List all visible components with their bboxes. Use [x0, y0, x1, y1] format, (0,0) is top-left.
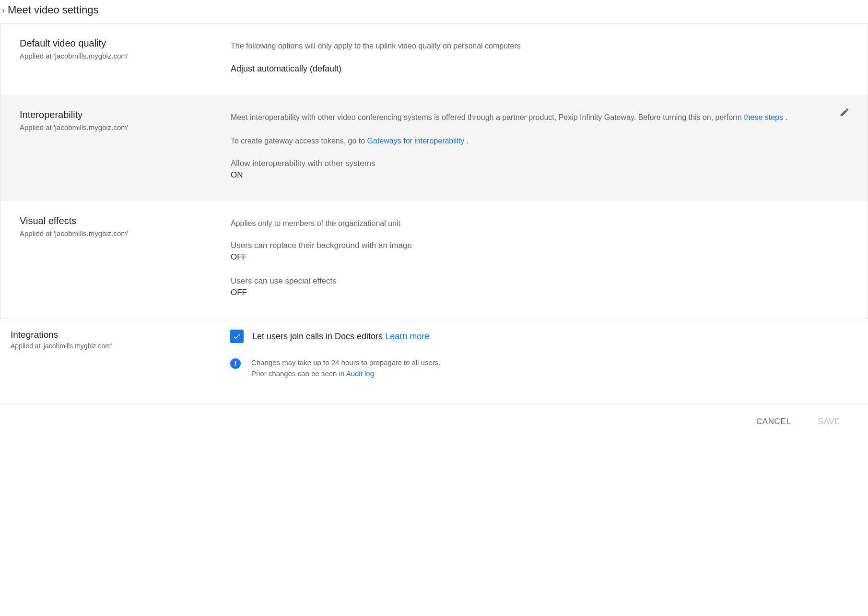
applied-label: Applied at 'jacobmills.mygbiz.com' — [11, 342, 230, 350]
setting-label: Users can replace their background with … — [231, 241, 848, 250]
info-text: Changes may take up to 24 hours to propa… — [251, 357, 440, 379]
check-icon — [232, 332, 242, 341]
page-title: Meet video settings — [8, 4, 99, 16]
setting-label: Allow interoperability with other system… — [231, 159, 848, 168]
footer: CANCEL SAVE — [0, 403, 868, 435]
section-description: Applies only to members of the organizat… — [231, 217, 848, 230]
applied-label: Applied at 'jacobmills.mygbiz.com' — [20, 229, 221, 237]
info-line2: Prior changes can be seen in — [251, 369, 346, 378]
setting-value: OFF — [231, 288, 848, 297]
desc-text: Meet interoperability with other video c… — [231, 113, 744, 121]
section-left: Visual effects Applied at 'jacobmills.my… — [20, 215, 231, 298]
section-right: Meet interoperability with other video c… — [231, 109, 848, 180]
link-learn-more[interactable]: Learn more — [385, 332, 429, 341]
interop-desc-2: To create gateway access tokens, go to G… — [231, 135, 848, 147]
settings-panel: Default video quality Applied at 'jacobm… — [0, 24, 868, 319]
checkbox-label: Let users join calls in Docs editors Lea… — [252, 332, 429, 342]
save-button[interactable]: SAVE — [809, 413, 849, 430]
pencil-icon — [839, 107, 850, 118]
applied-label: Applied at 'jacobmills.mygbiz.com' — [20, 52, 221, 60]
setting-block: Allow interoperability with other system… — [231, 159, 848, 180]
setting-value: Adjust automatically (default) — [231, 64, 848, 74]
desc-text-end: . — [783, 113, 787, 121]
info-line1: Changes may take up to 24 hours to propa… — [251, 358, 440, 367]
section-left: Default video quality Applied at 'jacobm… — [20, 38, 231, 74]
chevron-right-icon: › — [2, 5, 5, 15]
section-right: Applies only to members of the organizat… — [231, 215, 848, 298]
info-row: i Changes may take up to 24 hours to pro… — [230, 357, 849, 379]
link-gateways[interactable]: Gateways for interoperability — [367, 137, 465, 145]
section-video-quality: Default video quality Applied at 'jacobm… — [0, 24, 868, 95]
link-audit-log[interactable]: Audit log — [346, 369, 374, 378]
section-title: Visual effects — [20, 215, 221, 226]
section-visual-effects: Visual effects Applied at 'jacobmills.my… — [0, 201, 868, 319]
section-left: Interoperability Applied at 'jacobmills.… — [20, 109, 231, 180]
checkbox-text: Let users join calls in Docs editors — [252, 332, 385, 341]
section-integrations: Integrations Applied at 'jacobmills.mygb… — [0, 319, 868, 379]
setting-block: Users can use special effects OFF — [231, 276, 848, 297]
checkbox-docs-editors[interactable] — [230, 330, 244, 343]
setting-value: ON — [231, 170, 848, 180]
section-title: Default video quality — [20, 38, 221, 49]
info-icon: i — [230, 358, 241, 369]
page-header: › Meet video settings — [0, 0, 868, 24]
section-right: The following options will only apply to… — [231, 38, 848, 74]
setting-value: OFF — [231, 252, 848, 262]
section-title: Interoperability — [20, 109, 221, 120]
section-interoperability: Interoperability Applied at 'jacobmills.… — [0, 95, 868, 201]
cancel-button[interactable]: CANCEL — [748, 413, 800, 430]
checkbox-row: Let users join calls in Docs editors Lea… — [230, 330, 849, 343]
setting-label: Users can use special effects — [231, 276, 848, 286]
section-title: Integrations — [11, 330, 230, 340]
section-description: The following options will only apply to… — [231, 40, 848, 52]
desc-text-end: . — [464, 137, 469, 145]
desc-text: To create gateway access tokens, go to — [231, 137, 367, 145]
link-these-steps[interactable]: these steps — [744, 113, 783, 121]
interop-desc-1: Meet interoperability with other video c… — [231, 111, 848, 124]
section-right: Let users join calls in Docs editors Lea… — [230, 330, 849, 379]
setting-block: Users can replace their background with … — [231, 241, 848, 262]
edit-button[interactable] — [836, 104, 853, 121]
applied-label: Applied at 'jacobmills.mygbiz.com' — [20, 123, 221, 131]
section-left: Integrations Applied at 'jacobmills.mygb… — [11, 330, 230, 379]
